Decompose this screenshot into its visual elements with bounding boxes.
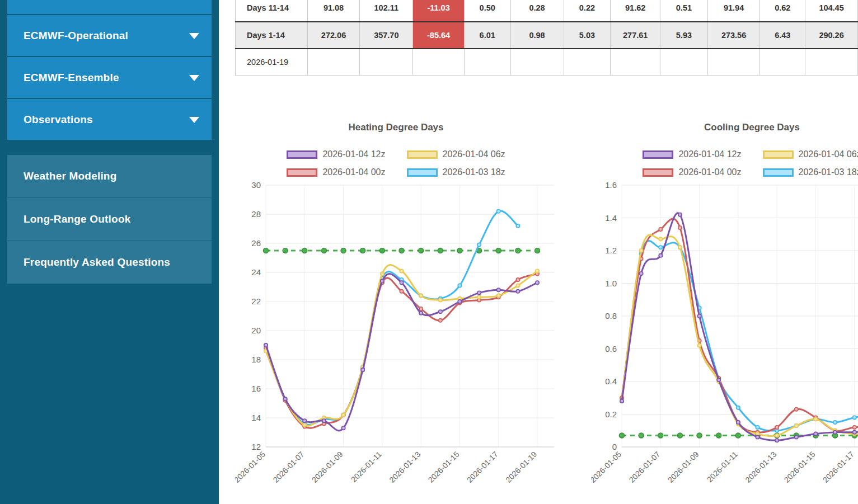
table-row: Days 1-14272.06357.70-85.646.010.985.032… xyxy=(236,22,858,49)
summary-table-body: Days 11-1491.08102.11-11.030.500.280.229… xyxy=(236,0,858,76)
legend-swatch xyxy=(763,168,794,177)
y-axis-tick-label: 0.4 xyxy=(605,376,617,386)
row-label: Days 1-14 xyxy=(236,22,308,49)
table-cell xyxy=(805,49,858,76)
table-cell: 6.01 xyxy=(464,22,510,49)
table-cell xyxy=(360,49,413,76)
table-cell xyxy=(464,49,510,76)
sidebar-item-faq[interactable]: Frequently Asked Questions xyxy=(7,241,212,284)
normal-point xyxy=(321,248,326,253)
series-point xyxy=(795,424,798,427)
series-point xyxy=(477,243,481,246)
series-point xyxy=(497,294,500,297)
series-point xyxy=(853,426,856,429)
table-cell xyxy=(510,49,564,76)
sidebar-item-label: Frequently Asked Questions xyxy=(24,256,170,269)
sidebar-item-partial[interactable] xyxy=(7,0,212,14)
series-point xyxy=(756,426,759,429)
y-axis-tick-label: 0.2 xyxy=(605,409,617,419)
legend-label: 2026-01-04 12z xyxy=(322,149,385,159)
y-axis-tick-label: 30 xyxy=(251,181,261,190)
normal-point xyxy=(620,433,625,438)
sidebar-item-label: ECMWF-Ensemble xyxy=(24,72,119,84)
normal-point xyxy=(496,248,501,253)
series-point xyxy=(458,284,461,287)
series-point xyxy=(516,278,519,281)
series-point xyxy=(717,378,720,381)
series-point xyxy=(620,399,623,403)
series-point xyxy=(659,237,662,241)
series-point xyxy=(678,246,682,249)
normal-point xyxy=(735,433,740,438)
legend-swatch xyxy=(407,150,438,159)
series-point xyxy=(536,281,539,284)
legend-label: 2026-01-04 00z xyxy=(322,167,385,177)
main-content: Days 11-1491.08102.11-11.030.500.280.229… xyxy=(219,0,858,504)
cooling-chart: Cooling Degree Days 2026-01-04 12z2026-0… xyxy=(591,120,858,494)
series-point xyxy=(381,272,384,275)
table-row: Days 11-1491.08102.11-11.030.500.280.229… xyxy=(236,0,858,22)
x-axis-tick-label: 2026-01-05 xyxy=(235,450,267,484)
y-axis-tick-label: 1.0 xyxy=(605,279,617,288)
legend-item[interactable]: 2026-01-04 06z xyxy=(407,147,505,162)
legend-item[interactable]: 2026-01-04 00z xyxy=(287,165,385,180)
sidebar-item-observations[interactable]: Observations xyxy=(7,99,212,140)
summary-table: Days 11-1491.08102.11-11.030.500.280.229… xyxy=(235,0,858,76)
y-axis-tick-label: 18 xyxy=(251,355,261,364)
sidebar-item-ecmwf-ensemble[interactable]: ECMWF-Ensemble xyxy=(7,57,212,98)
series-point xyxy=(400,290,403,293)
table-cell: 104.45 xyxy=(805,0,858,22)
series-point xyxy=(341,413,345,417)
chart-title: Heating Degree Days xyxy=(235,120,557,135)
table-cell: 102.11 xyxy=(360,0,413,22)
sidebar-item-ecmwf-operational[interactable]: ECMWF-Operational xyxy=(7,15,212,56)
x-axis-tick-label: 2026-01-17 xyxy=(821,450,856,484)
series-point xyxy=(516,224,519,228)
table-row: 2026-01-19 xyxy=(236,49,858,76)
series-point xyxy=(814,432,817,435)
series-point xyxy=(477,291,481,294)
legend-swatch xyxy=(643,150,673,159)
legend-item[interactable]: 2026-01-03 18z xyxy=(407,165,505,180)
sidebar-item-long-range-outlook[interactable]: Long-Range Outlook xyxy=(7,198,212,241)
series-point xyxy=(697,344,701,347)
x-axis-tick-label: 2026-01-05 xyxy=(591,450,623,484)
series-point xyxy=(341,426,345,430)
table-cell: 5.03 xyxy=(564,22,611,49)
table-cell: 5.93 xyxy=(660,22,708,49)
series-point xyxy=(303,423,306,427)
series-point xyxy=(639,249,643,252)
sidebar-secondary-group: Weather Modeling Long-Range Outlook Freq… xyxy=(7,155,212,284)
series-point xyxy=(833,421,837,424)
sidebar-item-label: Weather Modeling xyxy=(24,170,116,182)
normal-point xyxy=(341,248,346,253)
series-point xyxy=(536,269,539,272)
normal-point xyxy=(658,433,663,438)
table-cell xyxy=(611,49,660,76)
series-point xyxy=(458,300,461,303)
legend-item[interactable]: 2026-01-04 06z xyxy=(763,147,858,162)
normal-point xyxy=(515,248,521,253)
table-cell xyxy=(564,49,611,76)
sidebar-item-weather-modeling[interactable]: Weather Modeling xyxy=(7,155,212,198)
legend-item[interactable]: 2026-01-04 00z xyxy=(643,165,741,180)
legend-item[interactable]: 2026-01-03 18z xyxy=(763,165,858,180)
legend-label: 2026-01-04 12z xyxy=(678,149,741,159)
legend-item[interactable]: 2026-01-04 12z xyxy=(287,147,385,162)
series-point xyxy=(659,246,662,249)
series-point xyxy=(361,368,364,371)
series-point xyxy=(516,290,519,293)
x-axis-tick-label: 2026-01-13 xyxy=(387,450,422,484)
table-cell: -11.03 xyxy=(413,0,465,22)
row-label: Days 11-14 xyxy=(236,0,308,22)
table-cell: 6.43 xyxy=(760,22,805,49)
x-axis-tick-label: 2026-01-07 xyxy=(627,450,662,484)
legend-label: 2026-01-04 06z xyxy=(799,149,858,159)
normal-point xyxy=(360,248,365,253)
legend-item[interactable]: 2026-01-04 12z xyxy=(643,147,741,162)
series-point xyxy=(737,421,740,424)
table-cell: 0.22 xyxy=(564,0,611,22)
series-point xyxy=(678,213,682,216)
table-cell xyxy=(760,49,805,76)
table-cell: 277.61 xyxy=(611,22,660,49)
